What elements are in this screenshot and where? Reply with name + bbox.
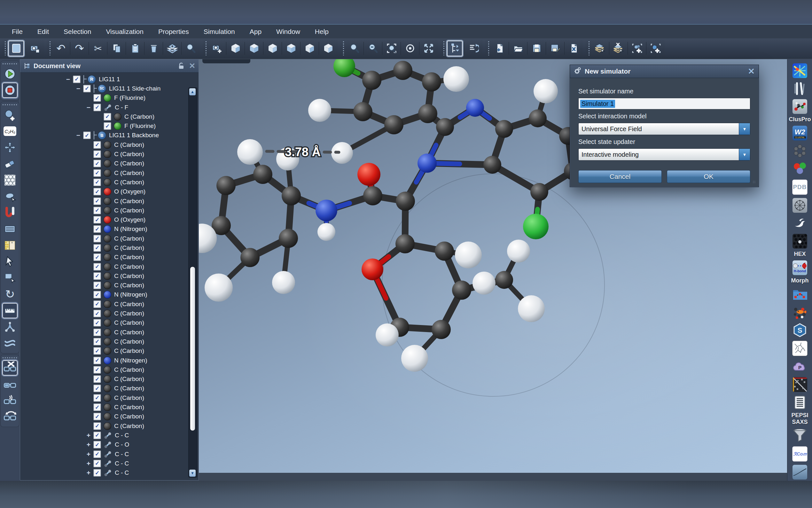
tree-label[interactable]: O (Oxygen)	[114, 188, 145, 195]
visibility-checkbox[interactable]: ✓	[93, 151, 101, 158]
visibility-checkbox[interactable]: ✓	[93, 160, 101, 167]
tree-label[interactable]: C (Carbon)	[114, 366, 144, 373]
tree-row[interactable]: +✓C - O	[20, 440, 198, 450]
tree-row[interactable]: +✓C - C	[20, 431, 198, 440]
visibility-checkbox[interactable]: ✓	[93, 347, 101, 355]
tree-label[interactable]: C (Carbon)	[114, 347, 144, 354]
tree-label[interactable]: C (Carbon)	[124, 113, 154, 120]
tree-label[interactable]: N (Nitrogen)	[114, 225, 147, 232]
toolbar-grip[interactable]	[442, 41, 445, 55]
interaction-model-select[interactable]: Universal Force Field ▼	[578, 123, 750, 135]
visibility-checkbox[interactable]: ✓	[83, 85, 91, 92]
visibility-checkbox[interactable]: ✓	[93, 451, 101, 458]
add-camera-button[interactable]	[209, 41, 225, 56]
tree-label[interactable]: C (Carbon)	[114, 272, 144, 280]
view-cube-back-button[interactable]	[246, 41, 262, 56]
copy-button[interactable]	[109, 41, 124, 56]
visibility-checkbox[interactable]: ✓	[83, 131, 91, 139]
xray-diffraction-button[interactable]	[792, 64, 808, 78]
visibility-checkbox[interactable]: ✓	[104, 113, 111, 121]
panel-collapse-handle[interactable]	[202, 59, 250, 64]
tree-expander[interactable]: +	[84, 460, 93, 467]
tem-grid-button[interactable]	[792, 234, 808, 249]
tree-row[interactable]: ✓C (Carbon)	[20, 421, 198, 431]
tree-label[interactable]: C (Carbon)	[114, 301, 144, 308]
stereo-rotate-button[interactable]	[2, 409, 17, 424]
stereo-off-button[interactable]	[2, 360, 17, 376]
visibility-checkbox[interactable]: ✓	[93, 394, 101, 402]
cut-button[interactable]: ✂	[90, 41, 106, 56]
visibility-checkbox[interactable]: ✓	[93, 263, 101, 271]
new-document-button[interactable]	[492, 41, 507, 56]
tree-row[interactable]: −✓SCLIG11 1 Side-chain	[20, 84, 198, 93]
visibility-checkbox[interactable]: ✓	[93, 244, 101, 252]
stop-simulation-button[interactable]	[2, 83, 17, 98]
toolbar-grip[interactable]	[205, 41, 207, 55]
tree-label[interactable]: C (Carbon)	[114, 404, 144, 411]
tree-label[interactable]: O (Oxygen)	[114, 216, 145, 223]
lock-icon[interactable]	[178, 62, 185, 70]
lasso-select-button[interactable]	[2, 189, 17, 204]
visibility-checkbox[interactable]: ✓	[93, 207, 101, 214]
tree-label[interactable]: N (Nitrogen)	[114, 291, 147, 298]
menu-visualization[interactable]: Visualization	[98, 25, 151, 38]
tree-label[interactable]: C (Carbon)	[114, 235, 144, 242]
visibility-checkbox[interactable]: ✓	[93, 291, 101, 298]
tree-row[interactable]: ✓C (Carbon)	[20, 309, 198, 318]
menu-file[interactable]: File	[4, 25, 30, 38]
toolbar-grip[interactable]	[49, 41, 51, 55]
close-document-button[interactable]	[566, 41, 581, 56]
tree-row[interactable]: ✓C (Carbon)	[20, 393, 198, 403]
center-view-button[interactable]	[402, 41, 418, 56]
visibility-checkbox[interactable]: ✓	[93, 169, 101, 177]
save-document-button[interactable]	[529, 41, 544, 56]
menu-help[interactable]: Help	[307, 25, 336, 38]
undo-button[interactable]: ↶	[53, 41, 69, 56]
membrane-bars-button[interactable]	[792, 81, 808, 96]
pdb-bank-button[interactable]: PDB	[792, 179, 808, 195]
tree-expander[interactable]: −	[84, 103, 93, 111]
tree-label[interactable]: N (Nitrogen)	[114, 357, 147, 364]
tree-label[interactable]: C - C	[115, 451, 129, 458]
visibility-checkbox[interactable]: ✓	[93, 310, 101, 318]
tree-row[interactable]: −✓BLIG11 1 Backbone	[20, 131, 198, 140]
tree-label[interactable]: C - C	[115, 460, 129, 467]
chevron-down-icon[interactable]: ▼	[739, 149, 750, 160]
erase-atoms-button[interactable]	[2, 156, 17, 171]
tree-label[interactable]: LIG11 1	[99, 76, 120, 83]
tree-row[interactable]: ✓C (Carbon)	[20, 375, 198, 384]
scroll-thumb[interactable]	[190, 267, 195, 431]
visibility-checkbox[interactable]: ✓	[93, 404, 101, 411]
menu-selection[interactable]: Selection	[56, 25, 98, 38]
line-chart-button[interactable]	[792, 465, 808, 479]
tree-label[interactable]: C (Carbon)	[114, 385, 144, 392]
move-atoms-button[interactable]	[2, 140, 17, 155]
tree-row[interactable]: ✓C (Carbon)	[20, 271, 198, 281]
visibility-checkbox[interactable]: ✓	[93, 103, 101, 111]
tree-label[interactable]: C - C	[115, 469, 129, 476]
paste-button[interactable]	[127, 41, 143, 56]
tree-row[interactable]: ✓C (Carbon)	[20, 346, 198, 356]
measure-distance-button[interactable]	[2, 303, 17, 318]
tree-row[interactable]: ✓C (Carbon)	[20, 403, 198, 412]
tree-label[interactable]: C (Carbon)	[114, 141, 144, 149]
add-molecule-button[interactable]	[648, 41, 663, 56]
visibility-checkbox[interactable]: ✓	[93, 319, 101, 327]
play-simulation-button[interactable]	[2, 66, 17, 82]
visibility-checkbox[interactable]: ✓	[93, 188, 101, 196]
visibility-checkbox[interactable]: ✓	[93, 384, 101, 392]
toolbar-grip[interactable]	[342, 41, 345, 55]
twist-bond-button[interactable]	[2, 336, 17, 351]
tree-row[interactable]: ✓C (Carbon)	[20, 234, 198, 243]
tree-row[interactable]: ✓C (Carbon)	[20, 412, 198, 421]
menu-window[interactable]: Window	[269, 25, 307, 38]
tree-row[interactable]: ✓C (Carbon)	[20, 168, 198, 177]
menu-properties[interactable]: Properties	[151, 25, 196, 38]
zoom-selection-button[interactable]	[384, 41, 399, 56]
menu-simulation[interactable]: Simulation	[196, 25, 242, 38]
visibility-checkbox[interactable]: ✓	[93, 460, 101, 467]
fit-view-button[interactable]	[421, 41, 436, 56]
tree-row[interactable]: ✓C (Carbon)	[20, 384, 198, 393]
toolbar-grip[interactable]	[487, 41, 490, 55]
tree-row[interactable]: ✓C (Carbon)	[20, 253, 198, 262]
